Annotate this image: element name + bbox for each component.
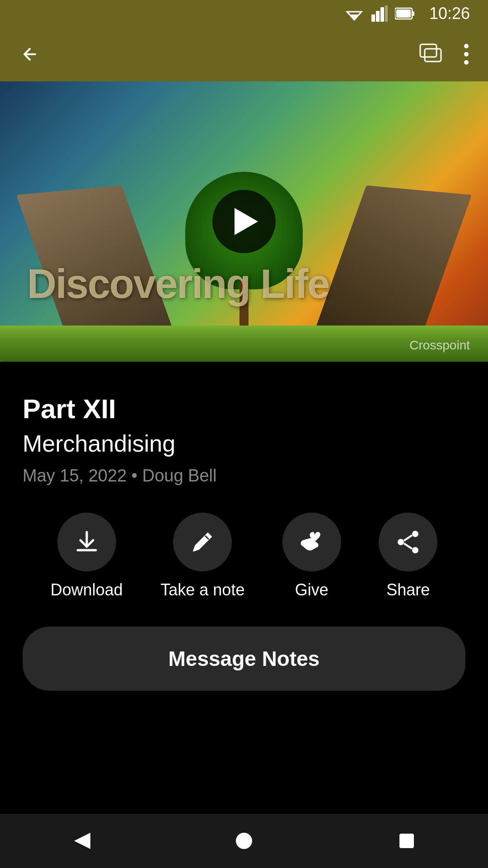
svg-point-13 <box>464 60 469 65</box>
play-button[interactable] <box>212 190 276 253</box>
nav-recent-button[interactable] <box>380 823 434 859</box>
more-button[interactable] <box>463 42 470 66</box>
nav-back-icon <box>72 831 90 851</box>
give-label: Give <box>295 580 328 599</box>
status-time: 10:26 <box>429 4 470 23</box>
svg-rect-7 <box>412 11 414 16</box>
svg-point-15 <box>398 539 404 545</box>
action-buttons: Download Take a note Give <box>23 513 465 599</box>
svg-point-16 <box>412 547 418 553</box>
chat-icon <box>419 43 445 65</box>
give-action[interactable]: Give <box>282 513 341 599</box>
svg-rect-21 <box>399 834 414 848</box>
svg-rect-3 <box>376 11 380 22</box>
svg-line-18 <box>404 543 412 549</box>
svg-rect-2 <box>371 14 375 22</box>
message-notes-label: Message Notes <box>169 647 320 670</box>
sermon-title: Merchandising <box>23 430 465 457</box>
svg-line-17 <box>404 535 412 541</box>
video-container: Discovering Life Crosspoint <box>0 81 488 362</box>
sermon-meta: May 15, 2022 • Doug Bell <box>23 466 465 486</box>
download-action[interactable]: Download <box>51 513 123 599</box>
nav-home-icon <box>235 832 253 850</box>
video-background: Discovering Life Crosspoint <box>0 81 488 362</box>
svg-point-11 <box>464 44 469 48</box>
svg-rect-9 <box>420 44 436 57</box>
play-triangle-icon <box>235 208 258 235</box>
note-icon <box>189 528 216 556</box>
note-action[interactable]: Take a note <box>160 513 244 599</box>
video-watermark: Crosspoint <box>409 338 470 353</box>
svg-marker-19 <box>74 833 90 849</box>
wifi-icon <box>344 6 364 21</box>
status-icons: 10:26 <box>344 4 470 23</box>
svg-point-14 <box>412 531 418 537</box>
app-bar <box>0 27 488 81</box>
give-icon <box>296 527 327 557</box>
nav-home-button[interactable] <box>217 823 271 859</box>
svg-point-12 <box>464 52 469 57</box>
message-notes-button[interactable]: Message Notes <box>23 627 465 691</box>
svg-rect-10 <box>425 49 441 61</box>
give-circle <box>282 513 341 571</box>
battery-icon <box>395 7 415 20</box>
status-bar: 10:26 <box>0 0 488 27</box>
nav-back-button[interactable] <box>54 822 108 860</box>
chat-button[interactable] <box>419 43 445 65</box>
download-icon <box>73 528 100 556</box>
content-area: Part XII Merchandising May 15, 2022 • Do… <box>0 371 488 814</box>
svg-marker-1 <box>349 14 360 20</box>
back-button[interactable] <box>18 44 42 64</box>
bottom-nav <box>0 814 488 868</box>
share-action[interactable]: Share <box>379 513 437 599</box>
share-circle <box>379 513 437 571</box>
note-label: Take a note <box>160 580 244 599</box>
svg-rect-5 <box>385 5 388 22</box>
share-label: Share <box>386 580 430 599</box>
note-circle <box>173 513 232 571</box>
app-bar-right <box>419 42 470 66</box>
nav-recent-icon <box>398 832 416 850</box>
share-icon <box>394 528 422 556</box>
svg-rect-8 <box>396 9 411 18</box>
sermon-part: Part XII <box>23 393 465 425</box>
signal-icon <box>371 5 388 22</box>
svg-rect-4 <box>380 7 384 22</box>
download-label: Download <box>51 580 123 599</box>
svg-point-20 <box>236 833 252 849</box>
more-icon <box>463 42 470 66</box>
download-circle <box>57 513 116 571</box>
